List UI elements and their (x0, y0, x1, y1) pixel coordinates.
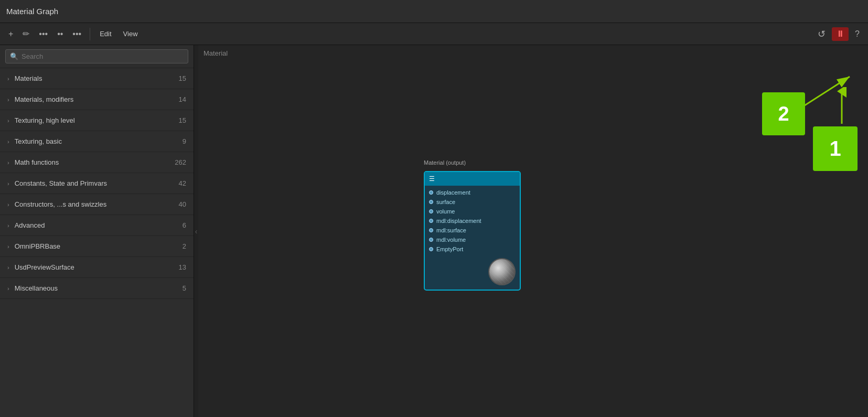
category-label: UsdPreviewSurface (15, 263, 179, 271)
arrow-1-upward (826, 87, 858, 129)
dots2-button[interactable]: •• (54, 27, 66, 41)
node-port: volume (425, 207, 520, 216)
category-label: Miscellaneous (15, 284, 183, 292)
category-count: 6 (183, 221, 186, 229)
canvas-label: Material (203, 49, 228, 57)
node-preview-thumbnail (488, 258, 516, 285)
node-port: mdl:surface (425, 226, 520, 235)
category-item[interactable]: › OmniPBRBase 2 (0, 236, 194, 257)
category-item[interactable]: › Math functions 262 (0, 152, 194, 173)
dots3-button[interactable]: ••• (69, 27, 84, 41)
chevron-right-icon: › (7, 201, 9, 208)
category-label: Texturing, high level (15, 116, 179, 124)
node-menu-icon: ☰ (429, 175, 435, 183)
add-button[interactable]: + (5, 27, 16, 41)
category-label: Materials, modifiers (15, 95, 179, 103)
chevron-right-icon: › (7, 264, 9, 271)
node-header: ☰ (425, 172, 520, 186)
category-item[interactable]: › Materials 15 (0, 68, 194, 89)
port-dot (429, 190, 433, 195)
category-count: 14 (179, 95, 186, 103)
port-dot (429, 228, 433, 232)
chevron-right-icon: › (7, 222, 9, 229)
port-label: volume (436, 208, 455, 215)
node-output-label: Material (output) (424, 159, 466, 166)
category-count: 5 (183, 284, 186, 292)
category-label: Math functions (15, 158, 175, 166)
category-label: Materials (15, 74, 179, 82)
category-item[interactable]: › Constructors, ...s and swizzles 40 (0, 194, 194, 215)
material-output-node[interactable]: ☰ displacement surface volume mdl:displa… (424, 171, 521, 291)
pause-button[interactable]: ⏸ (832, 27, 849, 41)
category-count: 9 (183, 137, 186, 145)
category-label: OmniPBRBase (15, 242, 183, 250)
search-input[interactable] (22, 52, 184, 60)
dots-button[interactable]: ••• (36, 27, 51, 41)
category-count: 13 (179, 263, 186, 271)
port-label: surface (436, 199, 455, 205)
app-title: Material Graph (6, 7, 58, 16)
category-label: Advanced (15, 221, 183, 229)
category-item[interactable]: › UsdPreviewSurface 13 (0, 257, 194, 278)
category-item[interactable]: › Materials, modifiers 14 (0, 89, 194, 110)
refresh-button[interactable]: ↺ (815, 26, 829, 42)
category-label: Texturing, basic (15, 137, 183, 145)
port-label: mdl:displacement (436, 218, 481, 224)
port-label: displacement (436, 189, 470, 196)
search-box: 🔍 (5, 49, 188, 63)
category-count: 15 (179, 116, 186, 124)
port-dot (429, 200, 433, 204)
category-label: Constructors, ...s and swizzles (15, 200, 179, 208)
main-layout: 🔍 › Materials 15 › Materials, modifiers … (0, 45, 868, 417)
chevron-right-icon: › (7, 97, 9, 103)
resize-handle[interactable] (194, 45, 198, 417)
node-port: displacement (425, 188, 520, 197)
node-port: mdl:displacement (425, 216, 520, 226)
pencil-button[interactable]: ✏ (19, 27, 33, 41)
category-count: 40 (179, 200, 186, 208)
category-count: 262 (175, 158, 186, 166)
port-dot (429, 219, 433, 223)
port-label: EmptyPort (436, 246, 463, 252)
help-button[interactable]: ? (852, 27, 863, 41)
node-ports: displacement surface volume mdl:displace… (425, 186, 520, 256)
port-dot (429, 247, 433, 251)
chevron-right-icon: › (7, 159, 9, 166)
title-bar: Material Graph (0, 0, 868, 23)
port-label: mdl:volume (436, 237, 466, 243)
chevron-right-icon: › (7, 180, 9, 187)
toolbar: + ✏ ••• •• ••• Edit View ↺ ⏸ ? (0, 23, 868, 45)
node-port: EmptyPort (425, 244, 520, 254)
category-count: 2 (183, 242, 186, 250)
annotation-box-1: 1 (813, 126, 858, 171)
node-container: Material (output) ☰ displacement surface… (424, 171, 521, 291)
sidebar: 🔍 › Materials 15 › Materials, modifiers … (0, 45, 194, 417)
category-item[interactable]: › Advanced 6 (0, 215, 194, 236)
search-container: 🔍 (0, 45, 194, 68)
node-port: surface (425, 197, 520, 207)
search-icon: 🔍 (10, 52, 18, 60)
edit-menu[interactable]: Edit (95, 28, 115, 40)
toolbar-right: ↺ ⏸ ? (815, 26, 863, 42)
view-menu[interactable]: View (119, 28, 142, 40)
chevron-right-icon: › (7, 138, 9, 145)
category-item[interactable]: › Texturing, basic 9 (0, 131, 194, 152)
annotation-box-2: 2 (762, 92, 805, 135)
category-item[interactable]: › Constants, State and Primvars 42 (0, 173, 194, 194)
node-port: mdl:volume (425, 235, 520, 244)
chevron-right-icon: › (7, 76, 9, 82)
category-count: 15 (179, 74, 186, 82)
toolbar-divider (90, 28, 90, 40)
category-list: › Materials 15 › Materials, modifiers 14… (0, 68, 194, 417)
port-dot (429, 209, 433, 213)
canvas-area[interactable]: Material Material (output) ☰ displacemen… (198, 45, 868, 417)
chevron-right-icon: › (7, 285, 9, 292)
port-dot (429, 238, 433, 242)
node-preview (425, 256, 520, 290)
category-item[interactable]: › Texturing, high level 15 (0, 110, 194, 131)
category-item[interactable]: › Miscellaneous 5 (0, 278, 194, 299)
category-count: 42 (179, 179, 186, 187)
category-label: Constants, State and Primvars (15, 179, 179, 187)
port-label: mdl:surface (436, 227, 466, 233)
chevron-right-icon: › (7, 243, 9, 250)
